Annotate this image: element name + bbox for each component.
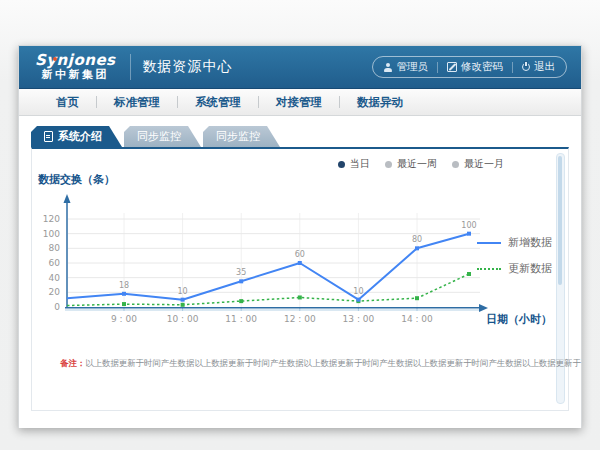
logo-text-en: Synjones — [35, 53, 116, 68]
user-menu-item[interactable]: 修改密码 — [447, 60, 503, 74]
nav-item-2[interactable]: 系统管理 — [178, 95, 258, 110]
data-point-label: 10 — [178, 287, 188, 296]
user-icon — [384, 63, 393, 72]
data-point-marker — [239, 279, 243, 283]
tab-label: 系统介绍 — [58, 129, 102, 144]
tab-label: 同步监控 — [137, 129, 181, 144]
data-point-label: 10 — [353, 287, 363, 296]
data-point-label: 80 — [412, 235, 422, 244]
chart-container: 1810356010801000204060801001209 : 0010 :… — [32, 167, 552, 339]
y-axis-arrow — [64, 194, 71, 203]
x-tick-label: 13 : 00 — [343, 314, 375, 324]
tab-bar: 系统介绍同步监控同步监控 — [19, 116, 581, 147]
x-tick-label: 9 : 00 — [111, 314, 137, 324]
nav-item-0[interactable]: 首页 — [39, 95, 96, 110]
y-tick-label: 40 — [49, 273, 61, 283]
chart-gridlines — [68, 213, 480, 307]
user-menu: 管理员修改密码退出 — [372, 56, 568, 78]
nav-item-3[interactable]: 对接管理 — [259, 95, 339, 110]
y-tick-label: 60 — [49, 258, 61, 268]
user-menu-label: 退出 — [534, 60, 555, 74]
legend-item-1[interactable]: 更新数据 — [477, 261, 552, 276]
tab-1[interactable]: 同步监控 — [124, 126, 201, 147]
data-point-marker — [239, 299, 243, 303]
data-point-marker — [298, 295, 302, 299]
edit-icon — [447, 62, 457, 72]
legend-label: 新增数据 — [508, 235, 552, 250]
company-logo: Synjones 新中新集团 — [19, 53, 128, 81]
y-tick-label: 100 — [43, 229, 60, 239]
x-tick-label: 10 : 00 — [167, 314, 199, 324]
data-point-marker — [467, 272, 471, 276]
tab-label: 同步监控 — [216, 129, 260, 144]
x-tick-label: 11 : 00 — [225, 314, 257, 324]
legend-item-0[interactable]: 新增数据 — [477, 235, 552, 250]
data-point-marker — [181, 298, 185, 302]
y-tick-label: 120 — [43, 214, 60, 224]
footnote-prefix: 备注： — [60, 358, 85, 368]
data-exchange-line-chart: 1810356010801000204060801001209 : 0010 :… — [32, 167, 552, 339]
x-tick-label: 14 : 00 — [401, 314, 433, 324]
power-icon — [522, 63, 530, 71]
logo-text-cn: 新中新集团 — [35, 68, 116, 81]
app-header: Synjones 新中新集团 数据资源中心 管理员修改密码退出 — [19, 46, 581, 89]
logo-accent-dot — [53, 57, 57, 61]
document-icon — [44, 131, 53, 142]
header-divider — [130, 54, 131, 80]
content-area: 系统介绍同步监控同步监控 当日最近一周最近一月 1810356010801000… — [19, 116, 581, 428]
tab-0[interactable]: 系统介绍 — [31, 126, 122, 147]
user-menu-divider — [437, 62, 438, 73]
x-axis-title: 日期（小时） — [486, 313, 552, 326]
data-point-marker — [122, 292, 126, 296]
nav-item-4[interactable]: 数据异动 — [340, 95, 420, 110]
data-point-marker — [356, 298, 360, 302]
data-point-marker — [467, 232, 471, 236]
user-menu-label: 修改密码 — [461, 60, 503, 74]
data-point-marker — [181, 303, 185, 307]
user-menu-item[interactable]: 退出 — [522, 60, 555, 74]
page-title: 数据资源中心 — [143, 58, 233, 76]
footnote: 备注：以上数据更新于时间产生数据以上数据更新于时间产生数据以上数据更新于时间产生… — [60, 358, 581, 370]
main-nav: 首页标准管理系统管理对接管理数据异动 — [19, 89, 581, 116]
y-axis-title: 数据交换（条） — [37, 173, 115, 186]
user-menu-label: 管理员 — [397, 60, 429, 74]
data-point-marker — [415, 246, 419, 250]
data-point-label: 60 — [295, 250, 305, 259]
data-point-marker — [415, 296, 419, 300]
nav-item-1[interactable]: 标准管理 — [97, 95, 177, 110]
footnote-text: 以上数据更新于时间产生数据以上数据更新于时间产生数据以上数据更新于时间产生数据以… — [85, 358, 581, 368]
data-point-marker — [298, 261, 302, 265]
data-point-label: 35 — [236, 268, 246, 277]
data-point-label: 18 — [119, 281, 129, 290]
tab-2[interactable]: 同步监控 — [203, 126, 280, 147]
user-menu-item[interactable]: 管理员 — [384, 60, 429, 74]
x-axis-arrow — [479, 304, 488, 312]
data-point-label: 100 — [461, 221, 476, 230]
x-tick-label: 12 : 00 — [284, 314, 316, 324]
legend-label: 更新数据 — [508, 261, 552, 276]
scrollbar-thumb[interactable] — [558, 156, 562, 285]
app-window: Synjones 新中新集团 数据资源中心 管理员修改密码退出 首页标准管理系统… — [18, 45, 582, 428]
chart-legend: 新增数据更新数据 — [477, 235, 552, 276]
y-tick-label: 80 — [49, 243, 61, 253]
legend-swatch-dotted-line — [477, 268, 501, 270]
data-point-marker — [122, 302, 126, 306]
chart-panel: 当日最近一周最近一月 18103560108010002040608010012… — [31, 147, 569, 411]
legend-swatch-solid-line — [477, 242, 501, 244]
y-tick-label: 0 — [54, 302, 60, 312]
user-menu-divider — [512, 62, 513, 73]
y-tick-label: 20 — [49, 287, 61, 297]
